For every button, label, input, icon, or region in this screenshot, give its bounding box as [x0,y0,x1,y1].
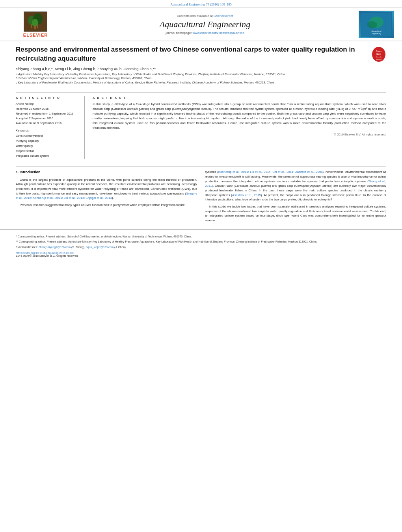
intro-para-1: China is the largest producer of aquacul… [16,178,197,200]
article-info-abstract-section: A R T I C L E I N F O Article history: R… [16,93,386,162]
journal-homepage-line: journal homepage: www.elsevier.com/locat… [63,31,347,35]
affiliation-c: c Key Laboratory of Freshwater Biodivers… [16,81,368,85]
abstract-heading: A B S T R A C T [93,96,386,100]
svg-text:check for: check for [376,56,382,58]
received-revised-date: Received in revised form 1 September 201… [16,111,80,116]
keywords-label: Keywords: [16,129,80,132]
doi-link[interactable]: http://dx.doi.org/10.1016/j.aquaeng.2016… [16,252,386,254]
svg-rect-6 [31,24,32,28]
svg-text:Aquacultural: Aquacultural [371,30,381,32]
article-title-area: Response and environmental assessment of… [16,45,368,87]
footer-area: * Corresponding author. Present address:… [0,229,402,260]
keyword-4: Trophic status [16,149,80,154]
right-para-2: In this study, we tackle two issues that… [205,204,386,223]
tree-svg [24,12,47,32]
section-separator [16,166,386,167]
footer-separator [16,233,386,233]
svg-text:engineering: engineering [372,33,381,35]
section1-title: 1. Introduction [16,170,197,175]
footnote-1: * Corresponding author. Present address:… [16,235,386,239]
homepage-link[interactable]: www.elsevier.com/locate/aqua-online [193,31,244,35]
svg-rect-4 [34,26,36,29]
svg-text:Cross: Cross [376,50,382,52]
affiliations: a Agriculture Ministry Key Laboratory of… [16,72,368,85]
article-info-heading: A R T I C L E I N F O [16,96,80,100]
svg-text:Mark: Mark [376,53,381,55]
authors-text: Shiyang Zhang a,b,c,*, Meng Li b, Jing C… [16,67,156,71]
keyword-3: Water quality [16,144,80,149]
publisher-logo: ELSEVIER [8,11,63,37]
journal-cover-image: Aquacultural engineering [359,11,394,38]
dates-info: Received 23 March 2016 Received in revis… [16,107,80,126]
crossmark-area: Cross Mark check for updates [372,47,386,62]
elsevier-label: ELSEVIER [23,33,48,37]
footnote-1-text: * Corresponding author. Present address:… [16,235,192,238]
accepted-date: Accepted 7 September 2016 [16,116,80,121]
ref-astudillo[interactable]: Astudillo et al., 2015 [232,193,261,197]
svg-text:updates: updates [376,58,382,60]
page: Aquacultural Engineering 74 (2016) 180–1… [0,0,402,532]
intro-para-2: Previous research suggests that many typ… [16,203,197,208]
keyword-1: Constructed wetland [16,133,80,139]
authors-line: Shiyang Zhang a,b,c,*, Meng Li b, Jing C… [16,67,368,71]
body-left-column: 1. Introduction China is the largest pro… [16,170,197,225]
crossmark-svg: Cross Mark check for updates [372,47,385,62]
email-label: E-mail addresses: [16,246,38,248]
keywords-list: Constructed wetland Purifying capacity W… [16,133,80,159]
article-content: Response and environmental assessment of… [0,41,402,229]
issn-line: 1144-8609/© 2016 Elsevier B.V. All right… [16,254,386,257]
cover-svg: Aquacultural engineering [361,11,392,38]
homepage-prefix: journal homepage: [166,31,193,35]
history-label: Article history: [16,102,80,106]
footnote-2-text: ** Corresponding author. Present address… [16,240,317,243]
abstract-panel: A B S T R A C T In this study, a ditch-t… [93,96,386,159]
available-online-date: Available online 9 September 2016 [16,121,80,126]
ref-konnerup[interactable]: Konnerup et al., 2011; Liu et al., 2014;… [218,170,323,174]
copyright-line: © 2016 Elsevier B.V. All rights reserved… [93,133,386,136]
journal-thumbnail: Aquacultural engineering [347,11,394,38]
right-para-1: systems (Konnerup et al., 2011; Liu et a… [205,170,386,202]
elsevier-tree-image [24,11,47,32]
keyword-2: Purifying capacity [16,139,80,144]
email-footnote: E-mail addresses: zhangshiyang7@126.com … [16,245,386,250]
email-1-link[interactable]: zhangshiyang7@126.com [39,246,71,248]
article-title: Response and environmental assessment of… [16,45,368,63]
affiliation-b: b School of Civil Engineering and Archit… [16,76,368,81]
journal-ref-text: Aquacultural Engineering 74 (2016) 180–1… [170,2,231,6]
journal-header-center: Contents lists available at ScienceDirec… [63,14,347,35]
article-info-panel: A R T I C L E I N F O Article history: R… [16,96,85,159]
received-date: Received 23 March 2016 [16,107,80,111]
body-right-column: systems (Konnerup et al., 2011; Liu et a… [205,170,386,225]
keyword-5: Integrated culture system [16,154,80,159]
sciencedirect-link-text[interactable]: ScienceDirect [214,14,233,18]
footnote-2: ** Corresponding author. Present address… [16,240,386,244]
affiliation-a: a Agriculture Ministry Key Laboratory of… [16,72,368,77]
article-title-section: Response and environmental assessment of… [16,45,386,89]
journal-title: Aquacultural Engineering [63,19,347,30]
elsevier-logo: ELSEVIER [8,11,63,37]
email-1-name: (S. Zhang), [71,246,85,248]
crossmark-badge: Cross Mark check for updates [372,47,385,62]
body-columns: 1. Introduction China is the largest pro… [16,170,386,225]
doi-text: http://dx.doi.org/10.1016/j.aquaeng.2016… [16,252,74,254]
journal-ref-bar: Aquacultural Engineering 74 (2016) 180–1… [0,0,402,7]
abstract-text: In this study, a ditch-type of a four-st… [93,102,386,130]
journal-header: ELSEVIER Contents lists available at Sci… [0,7,402,41]
sciencedirect-line: Contents lists available at ScienceDirec… [63,14,347,18]
ref-gregory[interactable]: Gregory et al., 2012; Konnerup et al., 2… [16,192,197,200]
svg-point-10 [367,21,377,28]
email-2-link[interactable]: aqua_labjm@163.com [86,246,114,248]
svg-rect-5 [37,24,38,28]
email-2-name: (J. Chen). [114,246,127,248]
sciencedirect-prefix: Contents lists available at [177,14,214,18]
